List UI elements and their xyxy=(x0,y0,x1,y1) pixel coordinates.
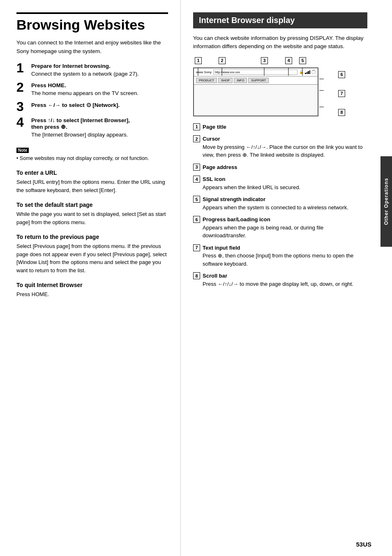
subsection-url-text: Select [URL entry] from the options menu… xyxy=(16,178,168,194)
desc-text-8: Press ←/↑/↓/→ to move the page display l… xyxy=(203,280,353,288)
nav-tab-support: SUPPORT xyxy=(248,78,269,83)
step-desc-2: The home menu appears on the TV screen. xyxy=(31,89,168,97)
top-icons: 🔒 xyxy=(299,70,316,74)
subsection-startpage-text: While the page you want to set is displa… xyxy=(16,210,168,226)
desc-num-3: 3 xyxy=(193,164,200,171)
browser-nav-bar: PRODUCT SHOP INFO SUPPORT xyxy=(194,76,318,85)
desc-text-2: Move by pressing ←/↑/↓/→. Place the curs… xyxy=(203,143,367,159)
desc-text-4: Appears when the linked URL is secured. xyxy=(203,183,300,192)
desc-item-7: 7 Text input field Press ⊕, then choose … xyxy=(193,244,367,268)
url-field: http://www.xxx.xxx xyxy=(213,70,297,75)
subsection-quit: To quit Internet Browser Press HOME. xyxy=(16,282,168,299)
desc-item-5: 5 Signal strength indicator Appears when… xyxy=(193,195,367,211)
side-tab: Other Operations xyxy=(380,156,392,247)
desc-num-4: 4 xyxy=(193,176,200,183)
subsection-startpage: To set the default start page While the … xyxy=(16,202,168,226)
step-3: 3 Press ←/→ to select ⊙ [Network]. xyxy=(16,102,168,113)
note-box: Note • Some websites may not display cor… xyxy=(16,144,168,162)
desc-text-6: Appears when the page is being read, or … xyxy=(203,224,367,240)
step-title-1: Prepare for Internet browsing. xyxy=(31,63,168,69)
subsection-startpage-title: To set the default start page xyxy=(16,202,168,208)
step-title-4: Press ↑/↓ to select [Internet Browser],t… xyxy=(31,117,168,130)
callout-7: 7 xyxy=(338,90,345,97)
callout-5: 5 xyxy=(299,57,306,64)
callout-2: 2 xyxy=(219,57,226,64)
main-title: Browsing Websites xyxy=(16,12,168,32)
desc-item-8: 8 Scroll bar Press ←/↑/↓/→ to move the p… xyxy=(193,272,367,288)
desc-num-7: 7 xyxy=(193,244,200,251)
browser-diagram: 1 2 3 4 5 www Sony http://www.xxx.xxx 🔒 xyxy=(193,58,367,116)
desc-title-5: Signal strength indicator xyxy=(203,196,265,202)
step-desc-1: Connect the system to a network (page 27… xyxy=(31,70,168,78)
callout-4: 4 xyxy=(285,57,292,64)
desc-text-5: Appears when the system is connected to … xyxy=(203,204,348,212)
callout-1: 1 xyxy=(195,57,202,64)
desc-item-6: 6 Progress bar/Loading icon Appears when… xyxy=(193,215,367,240)
desc-item-3: 3 Page address xyxy=(193,163,367,171)
browser-top-bar: www Sony http://www.xxx.xxx 🔒 xyxy=(194,68,318,76)
desc-num-8: 8 xyxy=(193,272,200,279)
subsection-previous: To return to the previous page Select [P… xyxy=(16,234,168,274)
nav-tab-shop: SHOP xyxy=(218,78,233,83)
subsection-url: To enter a URL Select [URL entry] from t… xyxy=(16,169,168,194)
subsection-url-title: To enter a URL xyxy=(16,169,168,176)
lock-icon: 🔒 xyxy=(299,70,304,74)
step-2: 2 Press HOME. The home menu appears on t… xyxy=(16,82,168,97)
subsection-previous-text: Select [Previous page] from the options … xyxy=(16,242,168,274)
desc-num-6: 6 xyxy=(193,216,200,223)
right-intro: You can check website information by pre… xyxy=(193,34,367,51)
desc-title-8: Scroll bar xyxy=(203,273,227,279)
subsection-quit-title: To quit Internet Browser xyxy=(16,282,168,288)
callout-3: 3 xyxy=(261,57,268,64)
step-number-3: 3 xyxy=(16,100,28,113)
note-label: Note xyxy=(16,148,29,153)
signal-strength-icon xyxy=(305,70,310,74)
desc-title-7: Text input field xyxy=(203,245,240,251)
desc-num-1: 1 xyxy=(193,123,200,130)
nav-tab-info: INFO xyxy=(234,78,247,83)
step-4: 4 Press ↑/↓ to select [Internet Browser]… xyxy=(16,117,168,139)
subsection-quit-text: Press HOME. xyxy=(16,290,168,299)
note-text: • Some websites may not display correctl… xyxy=(16,155,168,162)
step-title-3: Press ←/→ to select ⊙ [Network]. xyxy=(31,102,168,108)
section-header: Internet Browser display xyxy=(193,12,367,28)
desc-item-4: 4 SSL icon Appears when the linked URL i… xyxy=(193,175,367,191)
desc-title-4: SSL icon xyxy=(203,176,225,182)
desc-num-5: 5 xyxy=(193,196,200,203)
step-1: 1 Prepare for Internet browsing. Connect… xyxy=(16,63,168,78)
desc-num-2: 2 xyxy=(193,135,200,142)
desc-item-2: 2 Cursor Move by pressing ←/↑/↓/→. Place… xyxy=(193,135,367,159)
intro-text: You can connect to the Internet and enjo… xyxy=(16,39,168,56)
step-title-2: Press HOME. xyxy=(31,82,168,88)
www-label: www Sony xyxy=(196,70,212,74)
desc-title-6: Progress bar/Loading icon xyxy=(203,216,270,222)
desc-item-1: 1 Page title xyxy=(193,123,367,131)
browser-body xyxy=(194,85,318,116)
callout-6: 6 xyxy=(338,71,345,78)
step-desc-4: The [Internet Browser] display appears. xyxy=(31,131,168,139)
nav-tab-product: PRODUCT xyxy=(196,78,217,83)
page-number: 53US xyxy=(356,541,371,548)
step-number-4: 4 xyxy=(16,116,28,129)
desc-text-7: Press ⊕, then choose [Input] from the op… xyxy=(203,252,367,268)
desc-title-1: Page title xyxy=(203,124,226,130)
loading-spinner-icon xyxy=(311,70,316,74)
desc-title-3: Page address xyxy=(203,164,238,170)
subsection-previous-title: To return to the previous page xyxy=(16,234,168,240)
browser-frame: www Sony http://www.xxx.xxx 🔒 xyxy=(193,67,318,116)
callout-8: 8 xyxy=(338,109,345,116)
desc-title-2: Cursor xyxy=(203,136,220,142)
step-number-2: 2 xyxy=(16,81,28,94)
step-number-1: 1 xyxy=(16,61,28,74)
